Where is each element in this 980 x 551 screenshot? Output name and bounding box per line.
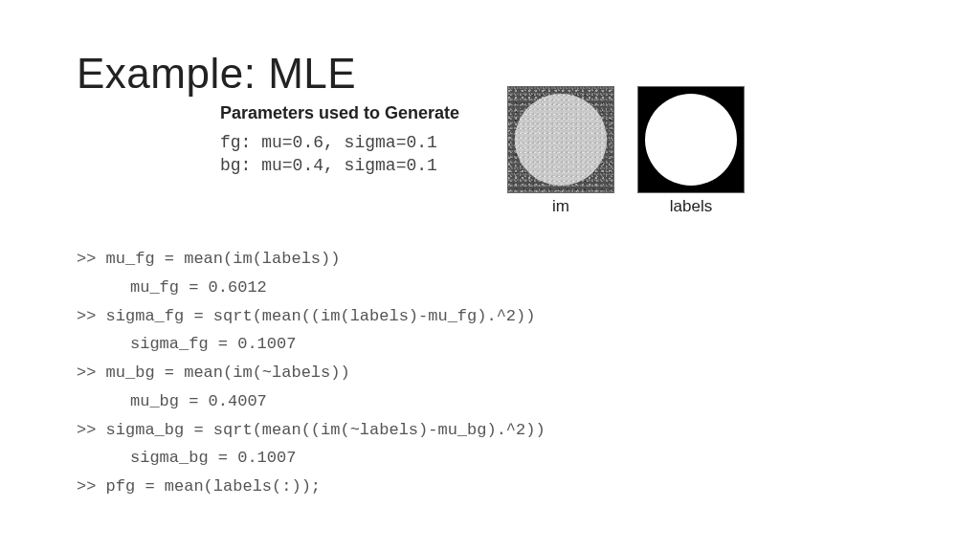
labels-caption: labels [670,197,712,216]
code-line-2: mu_fg = 0.6012 [77,274,546,302]
labels-column: labels [637,86,745,216]
im-column: im [507,86,614,216]
code-line-1: >> mu_fg = mean(im(labels)) [77,245,546,274]
code-line-6: mu_bg = 0.4007 [77,387,546,416]
labels-foreground-circle [645,94,737,186]
slide-title: Example: MLE [77,50,356,98]
images-row: im labels [507,86,745,216]
parameters-heading: Parameters used to Generate [220,103,459,123]
noise-foreground-circle [515,94,607,186]
parameters-block: Parameters used to Generate fg: mu=0.6, … [220,103,459,178]
code-block: >> mu_fg = mean(im(labels)) mu_fg = 0.60… [77,245,546,501]
parameters-bg-line: bg: mu=0.4, sigma=0.1 [220,154,459,177]
slide: Example: MLE Parameters used to Generate… [0,0,980,551]
code-line-4: sigma_fg = 0.1007 [77,330,546,359]
code-line-7: >> sigma_bg = sqrt(mean((im(~labels)-mu_… [77,416,546,445]
code-line-5: >> mu_bg = mean(im(~labels)) [77,359,546,387]
im-image [507,86,614,193]
code-line-3: >> sigma_fg = sqrt(mean((im(labels)-mu_f… [77,302,546,331]
code-line-8: sigma_bg = 0.1007 [77,444,546,473]
labels-image [637,86,745,193]
im-caption: im [552,197,569,216]
parameters-fg-line: fg: mu=0.6, sigma=0.1 [220,131,459,154]
code-line-9: >> pfg = mean(labels(:)); [77,473,546,501]
